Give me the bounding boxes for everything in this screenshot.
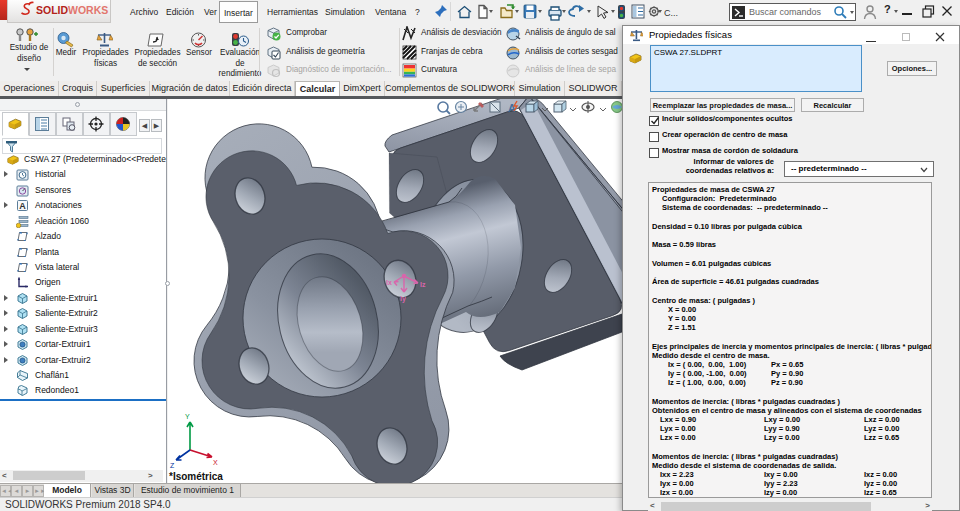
svg-text:Ix: Ix: [386, 279, 392, 286]
svg-text:Y: Y: [185, 413, 190, 420]
svg-text:SOLID: SOLID: [36, 4, 69, 16]
svg-text:Iy: Iy: [400, 295, 406, 303]
svg-text:A: A: [19, 201, 26, 211]
svg-text:X: X: [213, 459, 218, 466]
svg-text:Z: Z: [170, 462, 175, 469]
svg-text:Iz: Iz: [420, 281, 426, 288]
svg-text:C...: C...: [664, 8, 678, 18]
svg-text:*Isométrica: *Isométrica: [169, 471, 223, 482]
svg-text:WORKS: WORKS: [68, 4, 108, 16]
